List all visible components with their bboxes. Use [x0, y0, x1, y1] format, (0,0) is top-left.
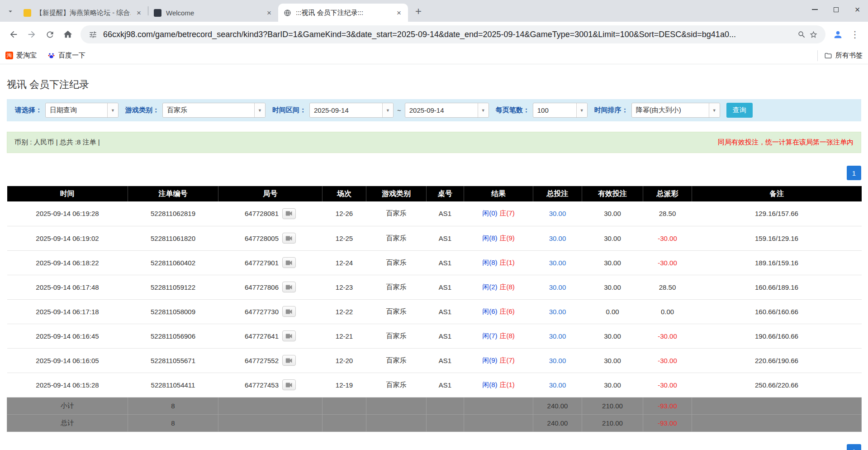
- total-bet-link[interactable]: 30.00: [549, 283, 566, 291]
- cell-valid-bet: 30.00: [582, 324, 643, 348]
- total-payout: -93.00: [643, 414, 692, 431]
- cell-session: 12-22: [323, 299, 366, 324]
- video-replay-button[interactable]: [282, 306, 296, 317]
- bet-records-table: 时间 注单编号 局号 场次 游戏类别 桌号 结果 总投注 有效投注 总派彩 备注…: [7, 186, 862, 432]
- empty-cell: [366, 397, 427, 414]
- page-title: 视讯 会员下注纪录: [7, 78, 861, 91]
- total-total-bet: 240.00: [533, 414, 582, 431]
- page-size-label: 每页笔数：: [496, 106, 530, 115]
- table-row: 2025-09-14 06:16:45 522811056906 6477276…: [7, 324, 862, 348]
- cell-table-no: AS1: [427, 324, 464, 348]
- game-kind-label: 游戏类别：: [125, 106, 159, 115]
- cell-game: 百家乐: [366, 275, 427, 299]
- table-header-row: 时间 注单编号 局号 场次 游戏类别 桌号 结果 总投注 有效投注 总派彩 备注: [7, 186, 862, 201]
- browser-menu-button[interactable]: ⋮: [846, 26, 863, 43]
- video-camera-icon: [285, 284, 293, 290]
- total-bet-link[interactable]: 30.00: [549, 332, 566, 340]
- cell-bet-id: 522811058009: [128, 299, 218, 324]
- back-button[interactable]: [5, 25, 23, 43]
- empty-cell: [366, 414, 427, 431]
- date-end-select[interactable]: 2025-09-14 ▼: [405, 103, 489, 118]
- bookmarks-bar: 淘 爱淘宝 百度一下 所有书签: [0, 47, 868, 64]
- bookmark-taobao[interactable]: 淘 爱淘宝: [5, 51, 37, 60]
- cell-game: 百家乐: [366, 250, 427, 275]
- cell-payout: 28.50: [643, 201, 692, 226]
- tab-close-icon[interactable]: ×: [134, 8, 143, 17]
- zoom-icon[interactable]: [796, 29, 807, 40]
- bookmark-star-icon[interactable]: [807, 29, 819, 40]
- result-player: 闲(2): [482, 283, 497, 291]
- cell-round: 647727552: [218, 348, 323, 373]
- subtotal-valid-bet: 210.00: [582, 397, 643, 414]
- video-replay-button[interactable]: [282, 257, 296, 268]
- maximize-button[interactable]: [825, 0, 847, 19]
- page-size-select[interactable]: 100 ▼: [533, 103, 588, 118]
- new-tab-button[interactable]: +: [411, 4, 426, 19]
- chevron-down-icon[interactable]: ▼: [478, 103, 489, 117]
- total-bet-link[interactable]: 30.00: [549, 381, 566, 389]
- query-type-select[interactable]: 日期查询 ▼: [45, 103, 119, 118]
- table-row: 2025-09-14 06:19:02 522811061820 6477280…: [7, 226, 862, 250]
- empty-cell: [692, 414, 862, 431]
- total-bet-link[interactable]: 30.00: [549, 357, 566, 364]
- search-button[interactable]: 查询: [726, 103, 753, 118]
- cell-total-bet: 30.00: [533, 201, 582, 226]
- chevron-down-icon[interactable]: ▼: [709, 103, 720, 117]
- chevron-down-icon[interactable]: ▼: [382, 103, 393, 117]
- all-bookmarks-button[interactable]: 所有书签: [817, 50, 863, 61]
- tab-close-icon[interactable]: ×: [394, 8, 403, 17]
- home-button[interactable]: [59, 25, 77, 43]
- cell-table-no: AS1: [427, 275, 464, 299]
- game-kind-select[interactable]: 百家乐 ▼: [162, 103, 266, 118]
- close-button[interactable]: ×: [847, 0, 868, 19]
- forward-button[interactable]: [23, 25, 41, 43]
- cell-bet-id: 522811061820: [128, 226, 218, 250]
- video-replay-button[interactable]: [282, 330, 296, 341]
- total-bet-link[interactable]: 30.00: [549, 308, 566, 316]
- video-replay-button[interactable]: [282, 282, 296, 292]
- pagination-top: 1: [7, 166, 861, 180]
- page-number-button[interactable]: 1: [847, 444, 861, 450]
- video-replay-button[interactable]: [282, 233, 296, 244]
- total-bet-link[interactable]: 30.00: [549, 235, 566, 242]
- result-banker: 庄(6): [500, 307, 515, 315]
- query-type-value: 日期查询: [46, 103, 107, 117]
- reload-button[interactable]: [41, 25, 59, 43]
- tab-close-icon[interactable]: ×: [265, 8, 274, 17]
- cell-valid-bet: 30.00: [582, 201, 643, 226]
- bookmark-baidu[interactable]: 百度一下: [47, 51, 85, 60]
- round-number: 647728005: [245, 235, 279, 242]
- result-player: 闲(8): [482, 381, 497, 388]
- chevron-down-icon[interactable]: ▼: [107, 103, 118, 117]
- tab-forum[interactable]: 【新提醒】海燕策略论坛 - 综合... ×: [18, 4, 148, 22]
- video-replay-button[interactable]: [282, 379, 296, 390]
- close-icon: ×: [855, 5, 860, 14]
- video-replay-button[interactable]: [282, 208, 296, 219]
- summary-bar: 币别 : 人民币 | 总共 :8 注单 | 同局有效投注，统一计算在该局第一张注…: [7, 132, 861, 153]
- site-settings-icon[interactable]: [87, 29, 99, 40]
- total-bet-link[interactable]: 30.00: [549, 259, 566, 267]
- round-number: 647727806: [245, 283, 279, 291]
- minimize-button[interactable]: [804, 0, 825, 19]
- total-bet-link[interactable]: 30.00: [549, 210, 566, 217]
- query-type-label: 请选择：: [15, 106, 42, 115]
- sort-select[interactable]: 降幂(由大到小) ▼: [631, 103, 720, 118]
- round-number: 647727641: [245, 332, 279, 340]
- subtotal-total-bet: 240.00: [533, 397, 582, 414]
- url-text[interactable]: 66cxkj98.com/game/betrecord_search/kind3…: [103, 30, 791, 39]
- address-bar[interactable]: 66cxkj98.com/game/betrecord_search/kind3…: [81, 25, 825, 43]
- chevron-down-icon[interactable]: ▼: [576, 103, 587, 117]
- video-replay-button[interactable]: [282, 355, 296, 366]
- profile-button[interactable]: [829, 26, 846, 43]
- tab-bet-records-active[interactable]: :::视讯 会员下注纪录::: ×: [278, 4, 408, 22]
- result-banker: 庄(9): [500, 234, 515, 242]
- total-row: 总计 8 240.00 210.00 -93.00: [7, 414, 862, 431]
- chevron-down-icon[interactable]: ▼: [254, 103, 265, 117]
- table-row: 2025-09-14 06:17:18 522811058009 6477277…: [7, 299, 862, 324]
- tab-search-button[interactable]: [4, 5, 17, 18]
- date-start-select[interactable]: 2025-09-14 ▼: [309, 103, 394, 118]
- tab-welcome[interactable]: Welcome ×: [148, 4, 278, 22]
- cell-game: 百家乐: [366, 373, 427, 397]
- header-valid-bet: 有效投注: [582, 186, 643, 201]
- page-number-button[interactable]: 1: [847, 166, 861, 180]
